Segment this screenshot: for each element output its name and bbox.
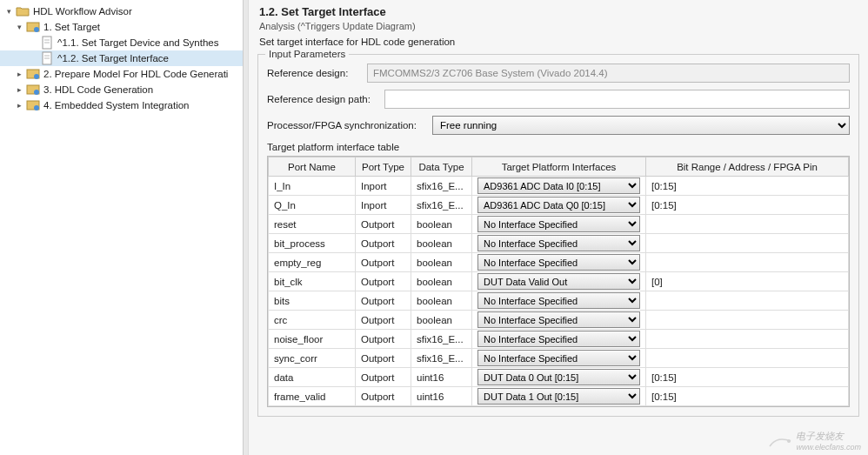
cell-iface[interactable]: DUT Data Valid Out xyxy=(472,272,646,291)
tree-item-prepare-model[interactable]: ▸ 2. Prepare Model For HDL Code Generati xyxy=(0,66,243,82)
cell-ptype: Outport xyxy=(356,253,411,272)
collapse-icon[interactable]: ▾ xyxy=(14,22,24,32)
th-iface[interactable]: Target Platform Interfaces xyxy=(472,157,646,177)
expand-icon[interactable]: ▸ xyxy=(14,100,24,110)
cell-port[interactable]: sync_corr xyxy=(269,349,356,368)
cell-bits[interactable] xyxy=(646,215,849,234)
ref-path-label: Reference design path: xyxy=(267,94,384,104)
cell-iface[interactable]: AD9361 ADC Data Q0 [0:15] xyxy=(472,196,646,215)
document-icon xyxy=(40,51,54,65)
cell-dtype: boolean xyxy=(411,311,472,330)
cell-port[interactable]: Q_In xyxy=(269,196,356,215)
collapse-icon[interactable]: ▾ xyxy=(3,6,14,17)
iface-select[interactable]: AD9361 ADC Data Q0 [0:15] xyxy=(477,197,640,213)
cell-bits[interactable] xyxy=(646,330,849,349)
cell-port[interactable]: noise_floor xyxy=(269,330,356,349)
cell-bits[interactable] xyxy=(646,291,849,311)
cell-port[interactable]: I_In xyxy=(269,177,356,196)
iface-select[interactable]: No Interface Specified xyxy=(477,216,640,232)
tree-sidebar: ▾ HDL Workflow Advisor ▾ 1. Set Target xyxy=(0,0,244,455)
cell-port[interactable]: bit_clk xyxy=(269,272,356,291)
tree-label: 3. HDL Code Generation xyxy=(43,84,153,95)
cell-ptype: Outport xyxy=(356,291,411,311)
iface-select[interactable]: No Interface Specified xyxy=(477,235,640,251)
iface-select[interactable]: DUT Data 0 Out [0:15] xyxy=(477,369,640,385)
iface-select[interactable]: No Interface Specified xyxy=(477,311,640,328)
iface-select[interactable]: No Interface Specified xyxy=(477,331,640,347)
tree-label: ^1.2. Set Target Interface xyxy=(57,53,169,64)
cell-iface[interactable]: No Interface Specified xyxy=(472,311,646,330)
cell-port[interactable]: bit_process xyxy=(269,234,356,253)
iface-select[interactable]: DUT Data Valid Out xyxy=(477,273,640,290)
table-row[interactable]: sync_corrOutportsfix16_E...No Interface … xyxy=(269,349,849,368)
table-row[interactable]: bit_clkOutportbooleanDUT Data Valid Out[… xyxy=(269,272,849,291)
cell-bits[interactable] xyxy=(646,349,849,368)
tree-item-set-target[interactable]: ▾ 1. Set Target xyxy=(0,19,243,35)
table-row[interactable]: bitsOutportbooleanNo Interface Specified xyxy=(269,291,849,311)
iface-select[interactable]: No Interface Specified xyxy=(477,350,640,366)
table-row[interactable]: frame_validOutportuint16DUT Data 1 Out [… xyxy=(269,387,849,406)
table-row[interactable]: Q_InInportsfix16_E...AD9361 ADC Data Q0 … xyxy=(269,196,849,215)
tree-item-set-target-interface[interactable]: ^1.2. Set Target Interface xyxy=(0,50,243,66)
cell-bits[interactable]: [0:15] xyxy=(646,368,849,387)
table-row[interactable]: crcOutportbooleanNo Interface Specified xyxy=(269,311,849,330)
cell-bits[interactable]: [0:15] xyxy=(646,177,849,196)
table-row[interactable]: resetOutportbooleanNo Interface Specifie… xyxy=(269,215,849,234)
cell-dtype: uint16 xyxy=(411,387,472,406)
cell-dtype: boolean xyxy=(411,215,472,234)
cell-bits[interactable]: [0:15] xyxy=(646,387,849,406)
cell-ptype: Outport xyxy=(356,311,411,330)
tree-item-hdl-code-gen[interactable]: ▸ 3. HDL Code Generation xyxy=(0,82,243,97)
expand-icon[interactable]: ▸ xyxy=(14,69,24,79)
cell-dtype: sfix16_E... xyxy=(411,330,472,349)
cell-iface[interactable]: No Interface Specified xyxy=(472,291,646,311)
fieldset-legend: Input Parameters xyxy=(265,49,349,59)
cell-iface[interactable]: AD9361 ADC Data I0 [0:15] xyxy=(472,177,646,196)
cell-iface[interactable]: No Interface Specified xyxy=(472,215,646,234)
table-row[interactable]: dataOutportuint16DUT Data 0 Out [0:15][0… xyxy=(269,368,849,387)
cell-ptype: Outport xyxy=(356,349,411,368)
sync-select[interactable]: Free running xyxy=(432,116,850,135)
cell-iface[interactable]: No Interface Specified xyxy=(472,349,646,368)
th-bits[interactable]: Bit Range / Address / FPGA Pin xyxy=(646,157,849,177)
cell-iface[interactable]: No Interface Specified xyxy=(472,234,646,253)
iface-select[interactable]: No Interface Specified xyxy=(477,292,640,309)
cell-port[interactable]: crc xyxy=(269,311,356,330)
cell-bits[interactable]: [0] xyxy=(646,272,849,291)
iface-select[interactable]: DUT Data 1 Out [0:15] xyxy=(477,388,640,405)
cell-port[interactable]: data xyxy=(269,368,356,387)
cell-iface[interactable]: DUT Data 1 Out [0:15] xyxy=(472,387,646,406)
th-ptype[interactable]: Port Type xyxy=(356,157,411,177)
table-row[interactable]: bit_processOutportbooleanNo Interface Sp… xyxy=(269,234,849,253)
table-row[interactable]: I_InInportsfix16_E...AD9361 ADC Data I0 … xyxy=(269,177,849,196)
table-header: Port Name Port Type Data Type Target Pla… xyxy=(269,157,849,177)
iface-select[interactable]: AD9361 ADC Data I0 [0:15] xyxy=(477,177,640,194)
cell-port[interactable]: reset xyxy=(269,215,356,234)
tree-label: 2. Prepare Model For HDL Code Generati xyxy=(43,69,228,79)
cell-bits[interactable] xyxy=(646,253,849,272)
cell-bits[interactable]: [0:15] xyxy=(646,196,849,215)
tree-item-embedded-sys[interactable]: ▸ 4. Embedded System Integration xyxy=(0,97,243,113)
table-row[interactable]: noise_floorOutportsfix16_E...No Interfac… xyxy=(269,330,849,349)
ref-path-input[interactable] xyxy=(384,90,850,109)
th-port[interactable]: Port Name xyxy=(269,157,356,177)
cell-port[interactable]: empty_reg xyxy=(269,253,356,272)
cell-dtype: boolean xyxy=(411,253,472,272)
iface-select[interactable]: No Interface Specified xyxy=(477,254,640,271)
cell-port[interactable]: bits xyxy=(269,291,356,311)
cell-iface[interactable]: DUT Data 0 Out [0:15] xyxy=(472,368,646,387)
expand-icon[interactable]: ▸ xyxy=(14,84,24,95)
tree-item-set-target-device[interactable]: ^1.1. Set Target Device and Synthes xyxy=(0,35,243,50)
cell-iface[interactable]: No Interface Specified xyxy=(472,330,646,349)
tree-root-label: HDL Workflow Advisor xyxy=(33,6,132,17)
cell-bits[interactable] xyxy=(646,234,849,253)
cell-iface[interactable]: No Interface Specified xyxy=(472,253,646,272)
folder-check-icon xyxy=(26,20,40,34)
cell-port[interactable]: frame_valid xyxy=(269,387,356,406)
table-row[interactable]: empty_regOutportbooleanNo Interface Spec… xyxy=(269,253,849,272)
th-dtype[interactable]: Data Type xyxy=(411,157,472,177)
tree-root[interactable]: ▾ HDL Workflow Advisor xyxy=(0,3,243,19)
cell-dtype: uint16 xyxy=(411,368,472,387)
folder-check-icon xyxy=(26,98,40,112)
cell-bits[interactable] xyxy=(646,311,849,330)
